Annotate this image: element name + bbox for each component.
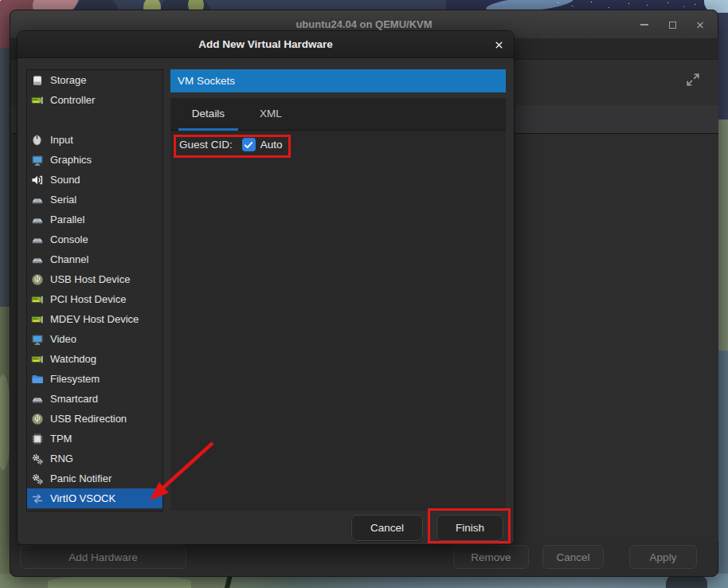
add-hardware-label: Add Hardware (68, 551, 137, 563)
vm-cancel-label: Cancel (556, 551, 589, 563)
sidebar-item-label: Channel (50, 253, 88, 265)
tab-strip: Details XML (170, 98, 506, 131)
sidebar-item-label: Watchdog (50, 353, 96, 365)
sidebar-item-label: USB Redirection (50, 413, 127, 425)
panel-header: VM Sockets (170, 69, 506, 92)
finish-label: Finish (456, 522, 484, 534)
disk-icon (31, 74, 44, 87)
pci-card-icon (31, 293, 44, 306)
sidebar-item-label: Input (50, 134, 73, 146)
serial-device-icon (31, 233, 44, 246)
vm-apply-label: Apply (650, 551, 677, 563)
sidebar-item-label: PCI Host Device (50, 293, 126, 305)
sidebar-item-mdev-host-device[interactable]: MDEV Host Device (27, 309, 162, 329)
cancel-button[interactable]: Cancel (351, 515, 423, 541)
close-button[interactable] (695, 20, 705, 29)
folder-icon (31, 373, 44, 386)
sidebar-item-filesystem[interactable]: Filesystem (27, 369, 162, 389)
sidebar-item-panic-notifier[interactable]: Panic Notifier (27, 468, 162, 488)
sidebar-item-controller[interactable]: Controller (27, 90, 162, 110)
sidebar-item-pci-host-device[interactable]: PCI Host Device (27, 289, 162, 309)
dialog-close-button[interactable] (491, 37, 506, 52)
add-hardware-button[interactable]: Add Hardware (20, 545, 186, 569)
tab-details-label: Details (192, 108, 225, 120)
dialog-titlebar[interactable]: Add New Virtual Hardware (18, 31, 514, 58)
sidebar-item-console[interactable]: Console (27, 229, 162, 249)
gears-icon (31, 472, 44, 485)
minimize-button[interactable] (640, 20, 649, 29)
sidebar-item-label: VirtIO VSOCK (50, 492, 115, 504)
fullscreen-expand-icon (686, 73, 700, 87)
sidebar-item-label: Serial (50, 194, 76, 206)
dialog-title: Add New Virtual Hardware (18, 31, 514, 58)
auto-checkbox-label: Auto (260, 139, 283, 151)
vm-cancel-button[interactable]: Cancel (542, 545, 604, 569)
tab-xml[interactable]: XML (248, 98, 294, 128)
remove-label: Remove (471, 551, 511, 563)
fullscreen-button[interactable] (686, 73, 700, 87)
finish-button[interactable]: Finish (436, 515, 503, 541)
close-icon (494, 40, 504, 50)
sidebar-item-label: RNG (50, 453, 73, 465)
sidebar-item-label: Panic Notifier (50, 472, 112, 484)
sidebar-item-rng[interactable]: RNG (27, 449, 162, 468)
sidebar-item-label: Filesystem (50, 373, 100, 385)
sidebar-item-label: Video (50, 333, 76, 345)
sidebar-item-input[interactable]: Input (27, 130, 162, 150)
wallpaper-shape (666, 575, 707, 588)
sidebar-item-label: Sound (50, 174, 80, 186)
panel-header-label: VM Sockets (178, 75, 235, 87)
mouse-icon (31, 134, 44, 147)
sidebar-item-label: USB Host Device (50, 273, 130, 285)
sidebar-item-watchdog[interactable]: Watchdog (27, 349, 162, 369)
sidebar-item-storage[interactable]: Storage (27, 70, 162, 90)
serial-device-icon (31, 393, 44, 406)
serial-device-icon (31, 253, 44, 266)
wallpaper-stars (0, 0, 1, 1)
sidebar-item-serial[interactable]: Serial (27, 190, 162, 210)
sidebar-item-label: Graphics (50, 154, 92, 166)
sidebar-item-label: Smartcard (50, 393, 98, 405)
sidebar-item-usb-host-device[interactable]: USB Host Device (27, 269, 162, 289)
close-icon (695, 20, 705, 30)
sidebar-item-usb-redirection[interactable]: USB Redirection (27, 409, 162, 429)
sidebar-empty-row (27, 110, 162, 130)
vm-apply-button[interactable]: Apply (629, 545, 697, 569)
sidebar-item-smartcard[interactable]: Smartcard (27, 389, 162, 409)
sidebar-item-parallel[interactable]: Parallel (27, 210, 162, 229)
pci-card-icon (31, 353, 44, 366)
serial-device-icon (31, 194, 44, 206)
tab-details[interactable]: Details (178, 98, 238, 128)
speaker-icon (31, 174, 44, 186)
checkmark-icon (243, 139, 254, 151)
sidebar-item-graphics[interactable]: Graphics (27, 150, 162, 170)
bidirectional-arrows-icon (31, 492, 44, 505)
chip-icon (31, 433, 44, 445)
sidebar-item-label: MDEV Host Device (50, 313, 139, 325)
wallpaper-shape (48, 575, 191, 588)
maximize-icon (669, 22, 676, 29)
remove-button[interactable]: Remove (453, 545, 529, 569)
auto-checkbox[interactable] (242, 138, 256, 151)
serial-device-icon (31, 214, 44, 226)
sidebar-item-channel[interactable]: Channel (27, 249, 162, 269)
sidebar-item-sound[interactable]: Sound (27, 170, 162, 190)
tab-xml-label: XML (260, 108, 282, 120)
guest-cid-row: Guest CID: Auto (179, 138, 283, 151)
usb-icon (31, 413, 44, 425)
guest-cid-label: Guest CID: (179, 139, 233, 151)
sidebar-item-virtio-vsock[interactable]: VirtIO VSOCK (27, 488, 162, 508)
maximize-button[interactable] (667, 20, 677, 29)
pci-card-icon (31, 313, 44, 326)
details-panel: Guest CID: Auto (170, 131, 506, 511)
usb-icon (31, 273, 44, 286)
add-hardware-dialog: Add New Virtual Hardware Storage Control… (17, 30, 515, 545)
sidebar-item-video[interactable]: Video (27, 329, 162, 349)
gears-icon (31, 453, 44, 465)
minimize-icon (640, 24, 648, 25)
sidebar-item-label: TPM (50, 433, 72, 445)
hardware-type-list: Storage Controller Input Graphics Sound … (26, 69, 163, 512)
sidebar-item-tpm[interactable]: TPM (27, 429, 162, 449)
display-icon (31, 154, 44, 167)
sidebar-item-label: Parallel (50, 214, 84, 225)
